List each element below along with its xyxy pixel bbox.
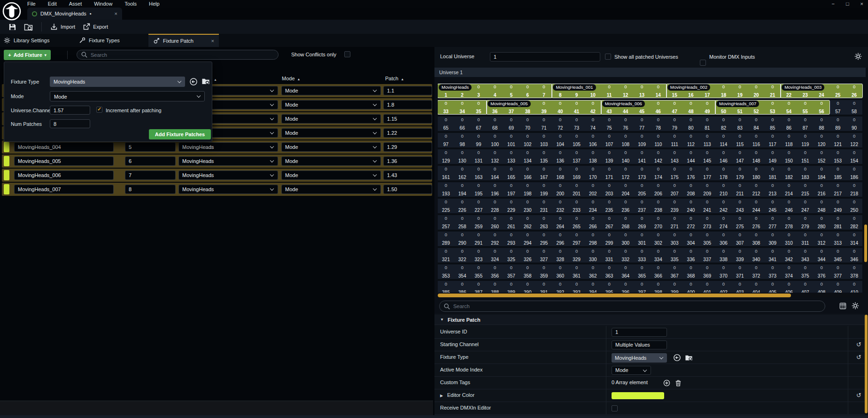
details-search-input[interactable] [453,303,774,309]
channel-cell[interactable]: 0218 [846,182,862,197]
channel-cell[interactable]: 0110 [650,133,666,147]
channel-cell[interactable]: 0373 [764,264,781,279]
channel-cell[interactable]: 0179 [732,166,748,180]
channel-cell[interactable]: 0391 [536,281,552,293]
channel-cell[interactable]: 0227 [471,199,487,213]
channel-cell[interactable]: 0360 [552,264,568,279]
channel-cell[interactable]: 075 [601,116,618,131]
channel-cell[interactable]: 0363 [601,264,618,279]
patch-row[interactable]: MovingHeads_0078MovingHeadsMode1.50 [2,183,432,196]
channel-cell[interactable]: 0233 [568,199,585,213]
save-button[interactable] [5,21,20,32]
fixture-name-field[interactable]: MovingHeads_006 [14,170,114,180]
channel-cell[interactable]: 0184 [814,166,830,180]
property-value-input[interactable]: Multiple Values [612,341,667,349]
channel-cell[interactable]: 0361 [568,264,585,279]
channel-cell[interactable]: 0212 [748,182,765,197]
channel-cell[interactable]: 0138 [585,149,601,164]
channel-cell[interactable]: 0130 [454,149,471,164]
channel-cell[interactable]: 0150 [781,149,797,164]
column-splitter[interactable] [606,339,606,351]
channel-cell[interactable]: 0409 [829,281,846,293]
menu-help[interactable]: Help [149,1,160,7]
channel-cell[interactable]: 06 [519,84,536,98]
fixture-patch-field[interactable]: 1.22 [383,128,432,138]
channel-cell[interactable]: 0185 [829,166,846,180]
channel-cell[interactable]: 0161 [438,166,454,180]
patch-row[interactable]: MovingHeads_0067MovingHeadsMode1.43 [2,169,432,182]
channel-cell[interactable]: 0370 [715,264,732,279]
channel-cell[interactable]: 0371 [732,264,748,279]
channel-cell[interactable]: 0408 [814,281,830,293]
channel-cell[interactable]: 0265 [568,215,585,230]
channel-cell[interactable]: 0338 [715,248,732,263]
menu-tools[interactable]: Tools [124,1,137,7]
channel-cell[interactable]: 0137 [568,149,585,164]
channel-cell[interactable]: 013 [634,84,650,98]
channel-cell[interactable]: 0203 [601,182,618,197]
channel-cell[interactable]: 074 [585,116,601,131]
channel-cell[interactable]: 0201 [568,182,585,197]
channel-cell[interactable]: 0213 [764,182,781,197]
channel-cell[interactable]: 055 [797,100,814,115]
popup-fixture-type-dropdown[interactable]: MovingHeads [50,77,185,87]
channel-cell[interactable]: 0345 [829,248,846,263]
details-section-header[interactable]: ▼ Fixture Patch [434,315,866,325]
channel-cell[interactable]: 0208 [683,182,699,197]
channel-cell[interactable]: 033 [438,100,454,115]
channel-cell[interactable]: 0296 [552,232,568,246]
fixture-mode-dropdown[interactable]: Mode [281,100,381,109]
channel-cell[interactable]: 0378 [846,264,862,279]
reset-to-default-icon[interactable]: ↺ [856,341,861,348]
channel-cell[interactable]: 0171 [601,166,618,180]
channel-cell[interactable]: 0175 [666,166,683,180]
grid-horizontal-scrollbar[interactable] [438,294,863,297]
channel-cell[interactable]: 0302 [650,232,666,246]
monitor-dmx-inputs-checkbox[interactable] [700,60,706,66]
reset-to-default-icon[interactable]: ↺ [856,392,861,399]
restore-button[interactable]: □ [846,1,849,7]
fixture-patch-field[interactable]: 1.1 [383,86,432,95]
channel-cell[interactable]: 0163 [471,166,487,180]
channel-cell[interactable]: 0337 [699,248,715,263]
channel-cell[interactable]: 0387 [471,281,487,293]
property-mode-dropdown[interactable]: Mode [612,366,651,375]
increment-after-patching-checkbox[interactable] [96,107,102,113]
receive-dmx-checkbox[interactable] [612,405,618,411]
channel-cell[interactable]: 0198 [519,182,536,197]
channel-cell[interactable]: 0362 [585,264,601,279]
channel-cell[interactable]: 068 [487,116,503,131]
channel-cell[interactable]: 099 [471,133,487,147]
column-splitter[interactable] [606,389,606,402]
menu-file[interactable]: File [27,1,36,7]
channel-cell[interactable]: 0149 [764,149,781,164]
channel-cell[interactable]: 0205 [634,182,650,197]
channel-cell[interactable]: 0174 [650,166,666,180]
channel-cell[interactable]: 0304 [683,232,699,246]
channel-cell[interactable]: 0210 [715,182,732,197]
channel-cell[interactable]: 0404 [748,281,765,293]
channel-cell[interactable]: 0402 [715,281,732,293]
channel-cell[interactable]: 0206 [650,182,666,197]
fixture-type-dropdown[interactable]: MovingHeads [178,170,278,180]
channel-cell[interactable]: 0136 [552,149,568,164]
column-splitter[interactable] [606,364,606,377]
channel-cell[interactable]: 0236 [617,199,634,213]
channel-cell[interactable]: 0118 [781,133,797,147]
channel-cell[interactable]: 079 [666,116,683,131]
channel-cell[interactable]: 0194 [454,182,471,197]
column-header-mode[interactable]: Mode▲ [282,76,300,81]
fixture-patch-field[interactable]: 1.29 [383,142,432,152]
channel-cell[interactable]: 0132 [487,149,503,164]
channel-cell[interactable]: 0394 [585,281,601,293]
channel-cell[interactable]: 0377 [829,264,846,279]
channel-cell[interactable]: 0151 [797,149,814,164]
channel-cell[interactable]: 0235 [601,199,618,213]
browse-asset-icon[interactable] [685,354,693,361]
channel-cell[interactable]: 0247 [797,199,814,213]
channel-cell[interactable]: 05 [503,84,519,98]
channel-cell[interactable]: 0200 [552,182,568,197]
channel-cell[interactable]: 0154 [846,149,862,164]
channel-cell[interactable]: 0366 [650,264,666,279]
channel-cell[interactable]: 0119 [797,133,814,147]
